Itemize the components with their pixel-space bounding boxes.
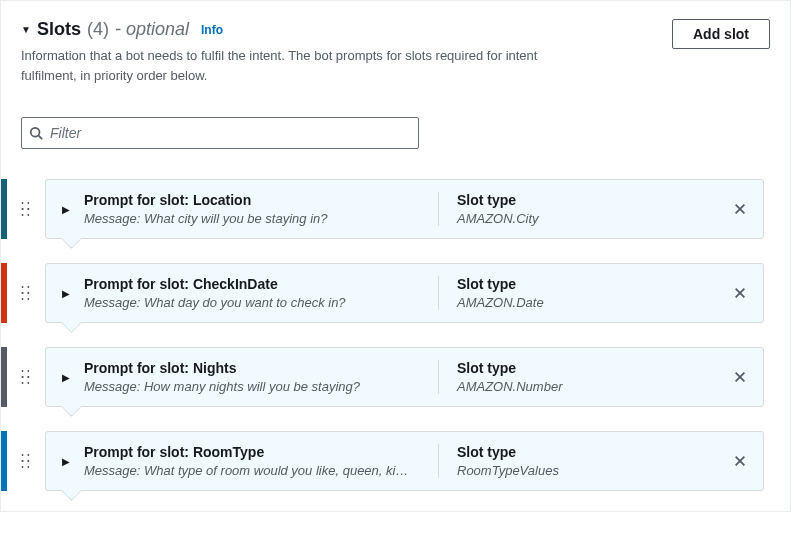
slot-row: ∷∷▶Prompt for slot: CheckInDateMessage: … [1,263,790,323]
slot-card[interactable]: ▶Prompt for slot: NightsMessage: How man… [45,347,764,407]
card-divider [438,192,439,226]
slot-type-value: AMAZON.Date [457,295,717,310]
slot-card[interactable]: ▶Prompt for slot: LocationMessage: What … [45,179,764,239]
slot-type-label: Slot type [457,192,717,208]
close-icon [733,454,747,468]
slot-prompt-title: Prompt for slot: Location [84,192,420,208]
slot-card[interactable]: ▶Prompt for slot: CheckInDateMessage: Wh… [45,263,764,323]
close-icon [733,202,747,216]
expand-slot-icon[interactable]: ▶ [62,456,70,467]
slot-prompt-title: Prompt for slot: CheckInDate [84,276,420,292]
panel-optional: - optional [115,19,189,40]
card-divider [438,360,439,394]
add-slot-button[interactable]: Add slot [672,19,770,49]
slot-type-value: AMAZON.Number [457,379,717,394]
slot-prompt-title: Prompt for slot: Nights [84,360,420,376]
close-icon [733,286,747,300]
card-divider [438,276,439,310]
slot-row: ∷∷▶Prompt for slot: RoomTypeMessage: Wha… [1,431,790,491]
panel-count: (4) [87,19,109,40]
panel-title: Slots [37,19,81,40]
slot-prompt-message: Message: How many nights will you be sta… [84,379,420,394]
slot-row: ∷∷▶Prompt for slot: NightsMessage: How m… [1,347,790,407]
panel-description: Information that a bot needs to fulfil t… [21,46,541,85]
slot-type-value: RoomTypeValues [457,463,717,478]
collapse-toggle-icon[interactable]: ▼ [21,25,31,35]
expand-slot-icon[interactable]: ▶ [62,204,70,215]
remove-slot-button[interactable] [733,202,747,216]
expand-slot-icon[interactable]: ▶ [62,372,70,383]
slot-row: ∷∷▶Prompt for slot: LocationMessage: Wha… [1,179,790,239]
drag-handle-icon[interactable]: ∷∷ [21,287,32,299]
drag-handle-icon[interactable]: ∷∷ [21,203,32,215]
slot-prompt-message: Message: What type of room would you lik… [84,463,420,478]
close-icon [733,370,747,384]
slot-type-label: Slot type [457,360,717,376]
filter-input[interactable] [21,117,419,149]
slot-type-label: Slot type [457,276,717,292]
svg-line-1 [39,136,43,140]
slot-type-label: Slot type [457,444,717,460]
panel-header: ▼ Slots (4) - optional Info Information … [1,0,790,101]
search-icon [29,126,43,140]
slot-type-value: AMAZON.City [457,211,717,226]
drag-handle-icon[interactable]: ∷∷ [21,455,32,467]
slot-card[interactable]: ▶Prompt for slot: RoomTypeMessage: What … [45,431,764,491]
expand-slot-icon[interactable]: ▶ [62,288,70,299]
remove-slot-button[interactable] [733,370,747,384]
slot-prompt-message: Message: What day do you want to check i… [84,295,420,310]
slot-prompt-title: Prompt for slot: RoomType [84,444,420,460]
slot-list: ∷∷▶Prompt for slot: LocationMessage: Wha… [1,179,790,511]
card-divider [438,444,439,478]
info-link[interactable]: Info [201,23,223,37]
drag-handle-icon[interactable]: ∷∷ [21,371,32,383]
remove-slot-button[interactable] [733,286,747,300]
remove-slot-button[interactable] [733,454,747,468]
svg-point-0 [31,128,40,137]
slot-prompt-message: Message: What city will you be staying i… [84,211,420,226]
